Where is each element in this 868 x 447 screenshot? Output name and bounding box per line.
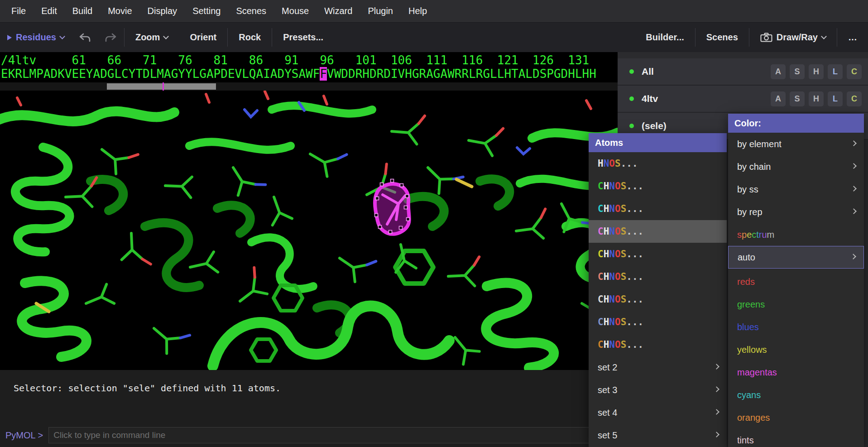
- atoms-menu-item-carbon-white[interactable]: CHNOS...: [589, 288, 727, 311]
- orient-button[interactable]: Orient: [179, 23, 227, 52]
- color-menu-item-reds[interactable]: reds: [728, 270, 864, 293]
- menubar-item-display[interactable]: Display: [140, 2, 185, 20]
- object-enabled-icon: [629, 124, 634, 128]
- carbon-letter: C: [598, 271, 604, 282]
- menu-item-label: oranges: [737, 413, 770, 423]
- atoms-menu-item-carbon-green[interactable]: CHNOS...: [589, 175, 727, 197]
- color-menu-item-magentas[interactable]: magentas: [728, 361, 864, 384]
- menubar-item-edit[interactable]: Edit: [34, 2, 64, 20]
- viewport-3d[interactable]: [0, 91, 618, 370]
- object-enabled-icon: [629, 69, 634, 74]
- menubar-item-setting[interactable]: Setting: [185, 2, 228, 20]
- color-button[interactable]: C: [847, 64, 862, 79]
- ellipsis: ...: [626, 181, 643, 192]
- rock-button[interactable]: Rock: [228, 23, 272, 52]
- carbon-letter: C: [598, 226, 604, 237]
- hydrogen-letter: H: [604, 249, 609, 260]
- sulfur-letter: S: [621, 294, 627, 305]
- atoms-menu-item-carbon-orange[interactable]: CHNOS...: [589, 333, 727, 356]
- selection-highlight[interactable]: [375, 179, 410, 234]
- atoms-menu-item-keep-carbons[interactable]: HNOS...: [589, 152, 727, 175]
- sulfur-letter: S: [621, 203, 627, 214]
- color-menu-item-spectrum[interactable]: spectrum: [728, 223, 864, 246]
- color-menu-item-by-element[interactable]: by element: [728, 133, 864, 155]
- object-row-all[interactable]: All A S H L C: [618, 58, 868, 86]
- atoms-menu-item-set-5[interactable]: set 5: [589, 424, 727, 447]
- menubar-item-movie[interactable]: Movie: [100, 2, 139, 20]
- color-menu-item-greens[interactable]: greens: [728, 293, 864, 316]
- sequence-viewer: /4ltv 61 66 71 76 81 86 91 96 101 106 11…: [0, 52, 618, 91]
- atoms-menu-item-carbon-yellow[interactable]: CHNOS...: [589, 243, 727, 265]
- scenes-label: Scenes: [706, 32, 738, 43]
- selected-residue[interactable]: F: [320, 67, 327, 81]
- color-menu-item-yellows[interactable]: yellows: [728, 338, 864, 361]
- builder-button[interactable]: Builder...: [635, 23, 695, 52]
- label-button[interactable]: L: [828, 91, 843, 106]
- show-button[interactable]: S: [790, 64, 805, 79]
- menubar-item-wizard[interactable]: Wizard: [317, 2, 360, 20]
- atoms-menu-item-set-4[interactable]: set 4: [589, 401, 727, 424]
- feedback-output: Selector: selection "sele" defined with …: [0, 370, 618, 423]
- action-button[interactable]: A: [771, 64, 786, 79]
- submenu-chevron-icon: [714, 364, 719, 370]
- camera-icon: [760, 33, 772, 42]
- object-row-4ltv[interactable]: 4ltv A S H L C: [618, 86, 868, 113]
- submenu-chevron-icon: [851, 186, 857, 192]
- sequence-letters[interactable]: EKRLMPADKVEEYADGLCYTDLMAGYYLGAPDEVLQAIAD…: [1, 67, 596, 81]
- atoms-menu-item-set-3[interactable]: set 3: [589, 379, 727, 401]
- sequence-text[interactable]: EKRLMPADKVEEYADGLCYTDLMAGYYLGAPDEVLQAIAD…: [1, 67, 320, 81]
- chevron-down-icon: [59, 34, 65, 39]
- color-menu-item-oranges[interactable]: oranges: [728, 406, 864, 429]
- sequence-scrollbar-thumb[interactable]: [107, 83, 216, 90]
- hydrogen-letter: H: [604, 339, 609, 350]
- menubar: File Edit Build Movie Display Setting Sc…: [0, 0, 868, 22]
- more-options-icon: …: [848, 32, 857, 43]
- more-options-button[interactable]: …: [837, 23, 868, 52]
- color-menu-item-blues[interactable]: blues: [728, 316, 864, 338]
- menubar-item-scenes[interactable]: Scenes: [228, 2, 274, 20]
- scenes-button[interactable]: Scenes: [695, 23, 749, 52]
- selector-message: Selector: selection "sele" defined with …: [14, 383, 281, 394]
- menubar-item-mouse[interactable]: Mouse: [274, 2, 317, 20]
- color-menu-title: Color:: [728, 114, 864, 133]
- color-menu-item-tints[interactable]: tints: [728, 429, 864, 447]
- menu-item-label: auto: [738, 252, 755, 263]
- atoms-menu-item-carbon-slate[interactable]: CHNOS...: [589, 311, 727, 333]
- hydrogen-letter: H: [598, 158, 604, 169]
- menubar-item-file[interactable]: File: [4, 2, 34, 20]
- presets-button[interactable]: Presets...: [272, 23, 334, 52]
- atoms-menu-item-carbon-magenta[interactable]: CHNOS...: [589, 220, 727, 243]
- label-button[interactable]: L: [828, 64, 843, 79]
- menu-item-label: set 4: [598, 408, 617, 418]
- draw-ray-button[interactable]: Draw/Ray: [749, 23, 837, 52]
- color-menu-item-by-ss[interactable]: by ss: [728, 178, 864, 201]
- sequence-text[interactable]: VWDDRHDRDIVHGRAGAWRRLRGLLHTALDSPGDHLHH: [327, 67, 596, 81]
- object-actions: A S H L C: [771, 64, 862, 79]
- color-menu-item-by-chain[interactable]: by chain: [728, 155, 864, 178]
- spectrum-letter: u: [762, 230, 767, 240]
- spectrum-letter: m: [767, 230, 775, 240]
- menubar-item-build[interactable]: Build: [65, 2, 100, 20]
- show-button[interactable]: S: [790, 91, 805, 106]
- redo-button[interactable]: [98, 23, 124, 52]
- carbon-letter: C: [598, 294, 604, 305]
- atoms-menu-item-carbon-salmon[interactable]: CHNOS...: [589, 265, 727, 288]
- nitrogen-letter: N: [609, 339, 615, 350]
- zoom-button[interactable]: Zoom: [125, 23, 179, 52]
- sequence-scrollbar[interactable]: [0, 82, 618, 91]
- menubar-item-plugin[interactable]: Plugin: [360, 2, 401, 20]
- color-menu-item-auto[interactable]: auto: [728, 246, 864, 269]
- atoms-menu-item-set-2[interactable]: set 2: [589, 356, 727, 379]
- color-button[interactable]: C: [847, 91, 862, 106]
- command-input[interactable]: [48, 427, 612, 443]
- color-menu-item-cyans[interactable]: cyans: [728, 384, 864, 406]
- selection-mode-button[interactable]: Residues: [0, 23, 72, 52]
- undo-button[interactable]: [72, 23, 98, 52]
- hide-button[interactable]: H: [809, 64, 824, 79]
- color-menu-item-by-rep[interactable]: by rep: [728, 201, 864, 223]
- redo-icon: [104, 32, 118, 43]
- action-button[interactable]: A: [771, 91, 786, 106]
- menubar-item-help[interactable]: Help: [401, 2, 435, 20]
- hide-button[interactable]: H: [809, 91, 824, 106]
- atoms-menu-item-carbon-cyan[interactable]: CHNOS...: [589, 197, 727, 220]
